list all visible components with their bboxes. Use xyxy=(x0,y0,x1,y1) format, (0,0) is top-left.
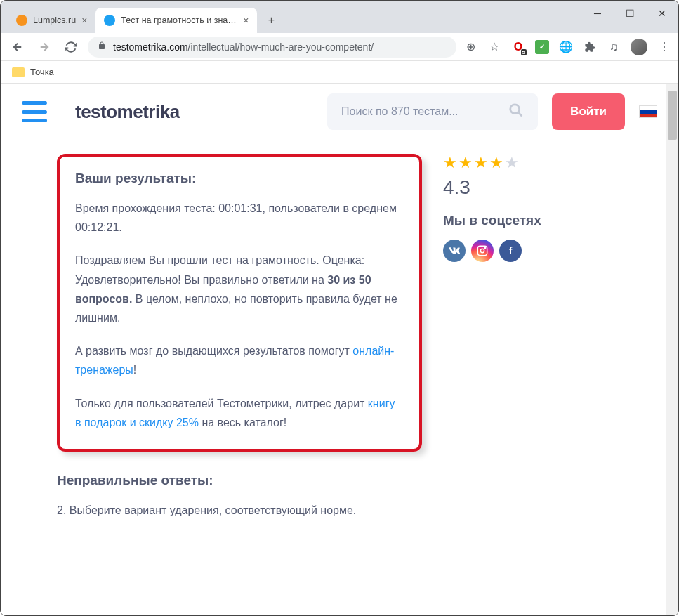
extension-music-icon[interactable]: ♫ xyxy=(607,40,621,54)
svg-point-0 xyxy=(510,104,520,113)
browser-tab[interactable]: Lumpics.ru × xyxy=(8,8,95,33)
rating-stars[interactable]: ★ ★ ★ ★ ★ xyxy=(443,154,584,172)
social-icons: f xyxy=(443,240,584,262)
star-icon: ★ xyxy=(459,154,473,172)
vk-icon[interactable] xyxy=(443,240,466,262)
bookmarks-bar: Точка xyxy=(1,61,678,84)
star-icon: ★ xyxy=(474,154,488,172)
menu-icon[interactable]: ⋮ xyxy=(657,40,671,54)
install-icon[interactable]: ⊕ xyxy=(463,40,477,54)
address-bar: testometrika.com/intellectual/how-much-a… xyxy=(1,33,678,61)
search-input[interactable] xyxy=(341,105,508,118)
svg-point-3 xyxy=(484,247,485,248)
wrong-question: 2. Выберите вариант ударения, соответств… xyxy=(57,501,422,520)
svg-point-2 xyxy=(480,249,484,252)
minimize-button[interactable]: ─ xyxy=(581,1,614,26)
rating-value: 4.3 xyxy=(443,176,584,199)
favicon-icon xyxy=(104,15,115,26)
url-text: testometrika.com/intellectual/how-much-a… xyxy=(113,41,447,53)
wrong-answers-title: Неправильные ответы: xyxy=(57,473,422,488)
close-icon[interactable]: × xyxy=(243,15,249,26)
extension-opera-icon[interactable]: O 5 xyxy=(511,40,525,54)
star-icon[interactable]: ☆ xyxy=(487,40,501,54)
profile-avatar[interactable] xyxy=(631,39,647,55)
forward-button[interactable] xyxy=(34,37,54,57)
search-box[interactable] xyxy=(327,93,538,130)
star-icon: ★ xyxy=(505,154,519,172)
scroll-thumb[interactable] xyxy=(668,91,677,140)
new-tab-button[interactable]: + xyxy=(261,11,281,30)
extension-globe-icon[interactable]: 🌐 xyxy=(559,40,573,54)
results-title: Ваши результаты: xyxy=(75,171,404,186)
tab-title: Lumpics.ru xyxy=(33,15,76,25)
results-litres: Только для пользователей Тестометрики, л… xyxy=(75,394,404,432)
social-title: Мы в соцсетях xyxy=(443,213,584,228)
results-brain: А развить мозг до выдающихся результатов… xyxy=(75,341,404,379)
tab-title: Тест на грамотность и знание р xyxy=(121,15,237,25)
language-flag-ru[interactable] xyxy=(639,105,657,118)
search-icon[interactable] xyxy=(508,103,524,122)
back-button[interactable] xyxy=(8,37,27,57)
extension-check-icon[interactable]: ✓ xyxy=(535,40,549,54)
close-window-button[interactable]: ✕ xyxy=(646,1,678,26)
maximize-button[interactable]: ☐ xyxy=(614,1,646,26)
reload-button[interactable] xyxy=(61,37,81,57)
login-button[interactable]: Войти xyxy=(552,93,625,130)
star-icon: ★ xyxy=(443,154,457,172)
results-box: Ваши результаты: Время прохождения теста… xyxy=(57,154,422,452)
results-score: Поздравляем Вы прошли тест на грамотност… xyxy=(75,251,404,327)
browser-tab-active[interactable]: Тест на грамотность и знание р × xyxy=(95,8,257,33)
site-header: testometrika Войти xyxy=(1,84,678,140)
site-logo[interactable]: testometrika xyxy=(75,101,180,123)
scrollbar[interactable] xyxy=(666,84,678,615)
bookmark-item[interactable]: Точка xyxy=(30,67,54,77)
url-input[interactable]: testometrika.com/intellectual/how-much-a… xyxy=(88,37,456,58)
star-icon: ★ xyxy=(489,154,503,172)
hamburger-menu[interactable] xyxy=(22,101,47,122)
facebook-icon[interactable]: f xyxy=(499,240,522,262)
extensions-icon[interactable] xyxy=(583,40,597,54)
lock-icon xyxy=(98,41,106,53)
instagram-icon[interactable] xyxy=(471,240,494,262)
browser-titlebar: Lumpics.ru × Тест на грамотность и знани… xyxy=(1,1,678,33)
close-icon[interactable]: × xyxy=(81,15,87,26)
results-time: Время прохождения теста: 00:01:31, польз… xyxy=(75,199,404,237)
favicon-icon xyxy=(16,15,27,26)
folder-icon xyxy=(12,67,25,77)
